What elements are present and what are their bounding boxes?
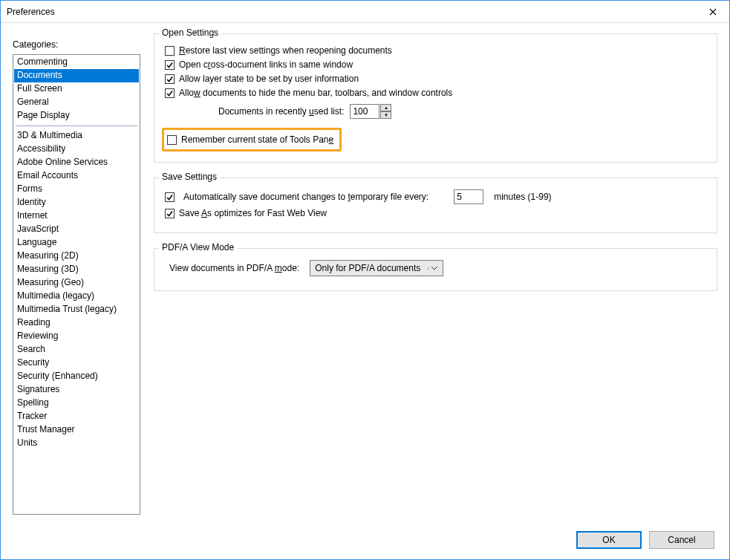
- autosave-checkbox[interactable]: [165, 192, 175, 202]
- restore-last-view-label: Restore last view settings when reopenin…: [179, 45, 392, 56]
- category-item[interactable]: Adobe Online Services: [14, 156, 139, 169]
- category-item[interactable]: Page Display: [14, 109, 139, 123]
- category-item[interactable]: Reading: [14, 316, 139, 330]
- cross-doc-links-checkbox[interactable]: [165, 60, 175, 70]
- cross-doc-links-row[interactable]: Open cross-document links in same window: [165, 59, 706, 70]
- hide-menubar-checkbox[interactable]: [165, 88, 175, 98]
- layer-state-row[interactable]: Allow layer state to be set by user info…: [165, 74, 706, 84]
- pdfa-mode-value: Only for PDF/A documents: [315, 263, 428, 273]
- pdfa-legend: PDF/A View Mode: [159, 242, 237, 253]
- recent-docs-spinner[interactable]: ▲ ▼: [380, 104, 391, 119]
- category-item[interactable]: Full Screen: [14, 82, 139, 96]
- open-settings-group: Open Settings Restore last view settings…: [154, 33, 717, 163]
- category-item[interactable]: Measuring (2D): [14, 250, 139, 263]
- category-item[interactable]: Internet: [14, 209, 139, 223]
- category-item[interactable]: Language: [14, 236, 139, 250]
- titlebar: Preferences: [1, 1, 729, 23]
- category-item[interactable]: Identity: [14, 196, 139, 209]
- pdfa-group: PDF/A View Mode View documents in PDF/A …: [154, 248, 717, 291]
- restore-last-view-row[interactable]: Restore last view settings when reopenin…: [165, 45, 706, 56]
- layer-state-checkbox[interactable]: [165, 74, 175, 84]
- autosave-minutes-input[interactable]: [454, 189, 483, 204]
- category-item[interactable]: Trust Manager: [14, 423, 139, 437]
- category-item[interactable]: Accessibility: [14, 143, 139, 156]
- spinner-up-icon[interactable]: ▲: [380, 104, 391, 111]
- spinner-down-icon[interactable]: ▼: [380, 111, 391, 119]
- category-item[interactable]: Measuring (3D): [14, 263, 139, 276]
- category-item[interactable]: Tracker: [14, 410, 139, 423]
- settings-panel: Open Settings Restore last view settings…: [154, 32, 717, 515]
- hide-menubar-row[interactable]: Allow documents to hide the menu bar, to…: [165, 88, 706, 98]
- dialog-body: Categories: CommentingDocumentsFull Scre…: [1, 23, 729, 521]
- autosave-label: Automatically save document changes to t…: [183, 192, 428, 202]
- category-item[interactable]: JavaScript: [14, 223, 139, 236]
- pdfa-mode-row: View documents in PDF/A mode: Only for P…: [169, 260, 706, 276]
- pdfa-mode-label: View documents in PDF/A mode:: [169, 263, 299, 273]
- category-separator: [16, 126, 137, 126]
- layer-state-label: Allow layer state to be set by user info…: [179, 74, 359, 84]
- category-item[interactable]: 3D & Multimedia: [14, 129, 139, 143]
- category-item[interactable]: Signatures: [14, 383, 139, 397]
- fast-web-label: Save As optimizes for Fast Web View: [179, 208, 327, 218]
- hide-menubar-label: Allow documents to hide the menu bar, to…: [179, 88, 452, 98]
- category-item[interactable]: Forms: [14, 183, 139, 196]
- preferences-dialog: Preferences Categories: CommentingDocume…: [0, 0, 730, 560]
- fast-web-row[interactable]: Save As optimizes for Fast Web View: [165, 208, 706, 218]
- remember-tools-pane-checkbox[interactable]: [167, 135, 177, 145]
- category-item[interactable]: Measuring (Geo): [14, 276, 139, 290]
- remember-tools-pane-row[interactable]: Remember current state of Tools Pane: [167, 134, 333, 145]
- recent-docs-input[interactable]: [350, 104, 379, 119]
- cross-doc-links-label: Open cross-document links in same window: [179, 59, 353, 70]
- category-item[interactable]: Search: [14, 343, 139, 356]
- save-settings-group: Save Settings Automatically save documen…: [154, 178, 717, 233]
- recent-docs-label: Documents in recently used list:: [218, 106, 344, 117]
- category-item[interactable]: Security: [14, 356, 139, 370]
- highlight-annotation: Remember current state of Tools Pane: [162, 128, 342, 152]
- cancel-button[interactable]: Cancel: [649, 531, 714, 549]
- recent-docs-row: Documents in recently used list: ▲ ▼: [218, 104, 706, 119]
- category-item[interactable]: Security (Enhanced): [14, 370, 139, 383]
- close-icon: [709, 8, 717, 16]
- restore-last-view-checkbox[interactable]: [165, 46, 175, 56]
- autosave-suffix-label: minutes (1-99): [494, 192, 551, 202]
- pdfa-mode-select[interactable]: Only for PDF/A documents: [310, 260, 443, 276]
- save-settings-legend: Save Settings: [159, 172, 220, 182]
- dialog-footer: OK Cancel: [1, 521, 729, 559]
- fast-web-checkbox[interactable]: [165, 209, 175, 218]
- category-item[interactable]: Documents: [14, 69, 139, 82]
- categories-label: Categories:: [13, 39, 140, 50]
- ok-button[interactable]: OK: [576, 531, 642, 549]
- category-item[interactable]: Multimedia Trust (legacy): [14, 303, 139, 316]
- open-settings-legend: Open Settings: [159, 27, 221, 38]
- category-item[interactable]: Multimedia (legacy): [14, 290, 139, 303]
- categories-panel: Categories: CommentingDocumentsFull Scre…: [13, 32, 140, 515]
- category-item[interactable]: Commenting: [14, 56, 139, 69]
- remember-tools-pane-label: Remember current state of Tools Pane: [181, 134, 333, 145]
- categories-listbox[interactable]: CommentingDocumentsFull ScreenGeneralPag…: [13, 54, 140, 515]
- dialog-title: Preferences: [7, 7, 696, 17]
- autosave-row[interactable]: Automatically save document changes to t…: [165, 189, 706, 204]
- category-item[interactable]: Units: [14, 437, 139, 450]
- chevron-down-icon: [428, 267, 440, 270]
- category-item[interactable]: General: [14, 96, 139, 109]
- category-item[interactable]: Email Accounts: [14, 169, 139, 183]
- category-item[interactable]: Spelling: [14, 397, 139, 410]
- close-button[interactable]: [696, 1, 729, 22]
- category-item[interactable]: Reviewing: [14, 330, 139, 343]
